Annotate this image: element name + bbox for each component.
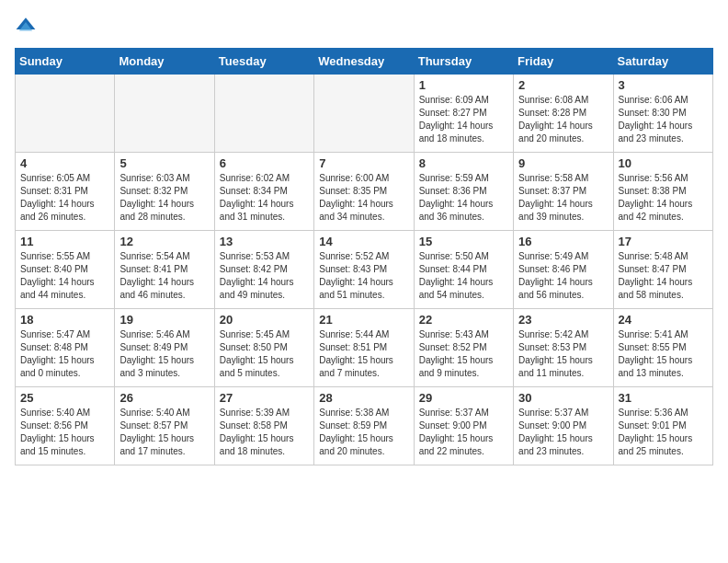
day-info: Sunrise: 5:36 AM Sunset: 9:01 PM Dayligh… <box>619 407 708 458</box>
calendar-cell: 25Sunrise: 5:40 AM Sunset: 8:56 PM Dayli… <box>16 387 115 465</box>
week-row-2: 4Sunrise: 6:05 AM Sunset: 8:31 PM Daylig… <box>16 153 713 231</box>
calendar-cell: 29Sunrise: 5:37 AM Sunset: 9:00 PM Dayli… <box>414 387 513 465</box>
day-number: 6 <box>220 156 309 170</box>
weekday-header-monday: Monday <box>115 49 214 75</box>
week-row-5: 25Sunrise: 5:40 AM Sunset: 8:56 PM Dayli… <box>16 387 713 465</box>
week-row-3: 11Sunrise: 5:55 AM Sunset: 8:40 PM Dayli… <box>16 231 713 309</box>
day-number: 21 <box>319 313 408 327</box>
calendar-cell: 30Sunrise: 5:37 AM Sunset: 9:00 PM Dayli… <box>514 387 613 465</box>
calendar-cell: 27Sunrise: 5:39 AM Sunset: 8:58 PM Dayli… <box>214 387 313 465</box>
day-number: 31 <box>619 391 708 405</box>
calendar-cell: 3Sunrise: 6:06 AM Sunset: 8:30 PM Daylig… <box>613 75 712 153</box>
week-row-1: 1Sunrise: 6:09 AM Sunset: 8:27 PM Daylig… <box>16 75 713 153</box>
day-info: Sunrise: 5:46 AM Sunset: 8:49 PM Dayligh… <box>119 328 209 380</box>
calendar-cell: 2Sunrise: 6:08 AM Sunset: 8:28 PM Daylig… <box>514 75 613 153</box>
weekday-header-saturday: Saturday <box>613 49 712 75</box>
day-info: Sunrise: 5:52 AM Sunset: 8:43 PM Dayligh… <box>319 250 408 302</box>
day-number: 4 <box>20 156 109 170</box>
calendar-body: 1Sunrise: 6:09 AM Sunset: 8:27 PM Daylig… <box>16 75 713 465</box>
day-number: 7 <box>319 156 408 170</box>
day-number: 2 <box>518 78 608 92</box>
day-info: Sunrise: 5:55 AM Sunset: 8:40 PM Dayligh… <box>20 250 109 302</box>
calendar-cell: 11Sunrise: 5:55 AM Sunset: 8:40 PM Dayli… <box>16 231 115 309</box>
day-number: 24 <box>619 313 708 327</box>
day-info: Sunrise: 5:58 AM Sunset: 8:37 PM Dayligh… <box>518 172 608 224</box>
day-number: 19 <box>119 313 209 327</box>
day-number: 28 <box>319 391 408 405</box>
calendar-cell: 20Sunrise: 5:45 AM Sunset: 8:50 PM Dayli… <box>214 309 313 387</box>
day-number: 12 <box>119 235 209 248</box>
day-number: 13 <box>220 235 309 248</box>
calendar-cell: 24Sunrise: 5:41 AM Sunset: 8:55 PM Dayli… <box>613 309 712 387</box>
calendar-cell: 28Sunrise: 5:38 AM Sunset: 8:59 PM Dayli… <box>314 387 414 465</box>
calendar-cell: 21Sunrise: 5:44 AM Sunset: 8:51 PM Dayli… <box>314 309 414 387</box>
calendar-cell <box>115 75 214 153</box>
weekday-header-wednesday: Wednesday <box>314 49 414 75</box>
day-number: 8 <box>419 156 508 170</box>
calendar-cell: 26Sunrise: 5:40 AM Sunset: 8:57 PM Dayli… <box>115 387 214 465</box>
page-header <box>15 15 713 37</box>
calendar-cell: 31Sunrise: 5:36 AM Sunset: 9:01 PM Dayli… <box>613 387 712 465</box>
day-info: Sunrise: 5:38 AM Sunset: 8:59 PM Dayligh… <box>319 407 408 458</box>
day-info: Sunrise: 6:05 AM Sunset: 8:31 PM Dayligh… <box>20 172 109 224</box>
day-info: Sunrise: 5:44 AM Sunset: 8:51 PM Dayligh… <box>319 328 408 380</box>
day-number: 23 <box>518 313 608 327</box>
day-info: Sunrise: 6:00 AM Sunset: 8:35 PM Dayligh… <box>319 172 408 224</box>
weekday-header-row: SundayMondayTuesdayWednesdayThursdayFrid… <box>16 49 713 75</box>
calendar-cell: 16Sunrise: 5:49 AM Sunset: 8:46 PM Dayli… <box>514 231 613 309</box>
day-number: 16 <box>518 235 608 248</box>
day-number: 22 <box>419 313 508 327</box>
day-number: 25 <box>20 391 109 405</box>
day-number: 29 <box>419 391 508 405</box>
calendar-cell: 17Sunrise: 5:48 AM Sunset: 8:47 PM Dayli… <box>613 231 712 309</box>
calendar-cell: 6Sunrise: 6:02 AM Sunset: 8:34 PM Daylig… <box>214 153 313 231</box>
day-info: Sunrise: 5:40 AM Sunset: 8:56 PM Dayligh… <box>20 407 109 458</box>
calendar-cell: 13Sunrise: 5:53 AM Sunset: 8:42 PM Dayli… <box>214 231 313 309</box>
day-number: 9 <box>518 156 608 170</box>
day-number: 3 <box>619 78 708 92</box>
day-info: Sunrise: 5:48 AM Sunset: 8:47 PM Dayligh… <box>619 250 708 302</box>
day-number: 30 <box>518 391 608 405</box>
calendar-cell <box>314 75 414 153</box>
day-number: 10 <box>619 156 708 170</box>
day-info: Sunrise: 6:03 AM Sunset: 8:32 PM Dayligh… <box>119 172 209 224</box>
calendar-cell: 1Sunrise: 6:09 AM Sunset: 8:27 PM Daylig… <box>414 75 513 153</box>
day-number: 11 <box>20 235 109 248</box>
day-info: Sunrise: 5:47 AM Sunset: 8:48 PM Dayligh… <box>20 328 109 380</box>
day-number: 18 <box>20 313 109 327</box>
day-info: Sunrise: 5:53 AM Sunset: 8:42 PM Dayligh… <box>220 250 309 302</box>
day-number: 5 <box>119 156 209 170</box>
day-info: Sunrise: 6:09 AM Sunset: 8:27 PM Dayligh… <box>419 94 508 145</box>
calendar-cell: 5Sunrise: 6:03 AM Sunset: 8:32 PM Daylig… <box>115 153 214 231</box>
day-number: 26 <box>119 391 209 405</box>
day-info: Sunrise: 5:50 AM Sunset: 8:44 PM Dayligh… <box>419 250 508 302</box>
calendar-cell: 4Sunrise: 6:05 AM Sunset: 8:31 PM Daylig… <box>16 153 115 231</box>
calendar-cell: 10Sunrise: 5:56 AM Sunset: 8:38 PM Dayli… <box>613 153 712 231</box>
day-info: Sunrise: 5:59 AM Sunset: 8:36 PM Dayligh… <box>419 172 508 224</box>
weekday-header-sunday: Sunday <box>16 49 115 75</box>
weekday-header-friday: Friday <box>514 49 613 75</box>
day-info: Sunrise: 6:06 AM Sunset: 8:30 PM Dayligh… <box>619 94 708 145</box>
weekday-header-tuesday: Tuesday <box>214 49 313 75</box>
logo <box>15 15 40 37</box>
weekday-header-thursday: Thursday <box>414 49 513 75</box>
calendar-table: SundayMondayTuesdayWednesdayThursdayFrid… <box>15 48 713 465</box>
day-info: Sunrise: 6:02 AM Sunset: 8:34 PM Dayligh… <box>220 172 309 224</box>
calendar-cell: 22Sunrise: 5:43 AM Sunset: 8:52 PM Dayli… <box>414 309 513 387</box>
day-info: Sunrise: 5:37 AM Sunset: 9:00 PM Dayligh… <box>518 407 608 458</box>
day-info: Sunrise: 5:40 AM Sunset: 8:57 PM Dayligh… <box>119 407 209 458</box>
day-number: 15 <box>419 235 508 248</box>
calendar-cell: 8Sunrise: 5:59 AM Sunset: 8:36 PM Daylig… <box>414 153 513 231</box>
day-info: Sunrise: 5:39 AM Sunset: 8:58 PM Dayligh… <box>220 407 309 458</box>
day-info: Sunrise: 5:43 AM Sunset: 8:52 PM Dayligh… <box>419 328 508 380</box>
calendar-cell <box>16 75 115 153</box>
day-number: 14 <box>319 235 408 248</box>
day-info: Sunrise: 6:08 AM Sunset: 8:28 PM Dayligh… <box>518 94 608 145</box>
day-info: Sunrise: 5:54 AM Sunset: 8:41 PM Dayligh… <box>119 250 209 302</box>
day-number: 1 <box>419 78 508 92</box>
calendar-cell: 18Sunrise: 5:47 AM Sunset: 8:48 PM Dayli… <box>16 309 115 387</box>
calendar-cell: 14Sunrise: 5:52 AM Sunset: 8:43 PM Dayli… <box>314 231 414 309</box>
day-info: Sunrise: 5:37 AM Sunset: 9:00 PM Dayligh… <box>419 407 508 458</box>
day-info: Sunrise: 5:56 AM Sunset: 8:38 PM Dayligh… <box>619 172 708 224</box>
calendar-cell <box>214 75 313 153</box>
